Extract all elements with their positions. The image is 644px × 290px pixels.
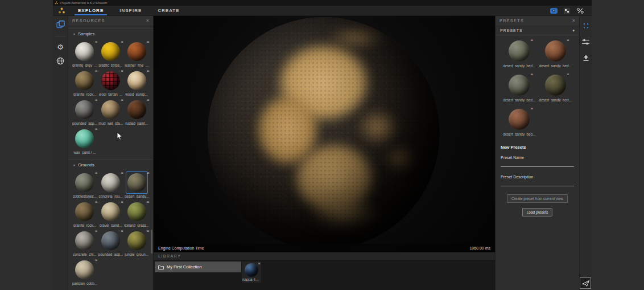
export-upload-icon[interactable] [583,54,589,64]
preset-item-sphere[interactable] [509,40,530,62]
material-item-sphere[interactable] [127,231,146,250]
material-sphere-3d-preview[interactable] [208,17,440,250]
material-item-sphere[interactable] [127,71,146,90]
remove-item-icon[interactable]: × [147,40,150,44]
material-item[interactable]: ×plastic_stripe... [98,39,124,68]
material-item[interactable]: ×granite_grey_... [72,39,98,68]
material-item-sphere[interactable] [75,173,94,192]
layout-grid-icon[interactable] [563,7,571,14]
preset-item[interactable]: ×desert_sandy_bed... [538,72,574,103]
remove-item-icon[interactable]: × [95,40,98,44]
material-item-sphere[interactable] [75,260,94,279]
material-item[interactable]: ×leather_fine_... [123,39,150,68]
material-item[interactable]: ×wax_paint / ... [72,126,98,155]
viewport-3d[interactable]: Engine Computation Time 1060.00 ms [154,16,495,252]
remove-item-icon[interactable]: × [147,98,150,103]
material-item-sphere[interactable] [75,42,94,61]
preset-item-sphere[interactable] [509,109,530,130]
remove-item-icon[interactable]: × [95,98,98,103]
remove-item-icon[interactable]: × [95,200,98,205]
remove-item-icon[interactable]: × [147,171,150,175]
preset-item-sphere[interactable] [545,75,566,96]
preset-item[interactable]: ×desert_sandy_bed... [538,38,574,68]
tab-explore[interactable]: EXPLORE [70,6,112,15]
material-item[interactable]: ×wood_europ... [123,68,150,97]
remove-item-icon[interactable]: × [258,262,261,266]
app-logo[interactable] [53,6,70,15]
preset-item[interactable]: ×desert_sandy_bed... [501,38,538,68]
remove-item-icon[interactable]: × [147,200,150,205]
remove-item-icon[interactable]: × [95,69,98,73]
material-item[interactable]: ×concrete_chi... [72,228,98,257]
library-collection-item[interactable]: My First Collection [155,262,241,272]
library-item[interactable]: ×nappa_leathe... [242,262,261,283]
material-item-sphere[interactable] [101,71,120,90]
material-item-sphere[interactable] [101,202,120,221]
material-item[interactable]: ×concrete_rou... [98,170,124,199]
section-header-samples[interactable]: ▾Samples [68,28,153,38]
material-item[interactable]: ×wool_tartan_... [98,68,124,97]
refresh-view-icon[interactable] [582,22,590,32]
remove-item-icon[interactable]: × [95,258,98,263]
material-item-sphere[interactable] [101,42,120,61]
tab-inspire[interactable]: INSPIRE [112,6,150,15]
remove-item-icon[interactable]: × [121,40,123,44]
material-item[interactable]: ×rusted_paint... [123,97,150,126]
preset-name-input[interactable] [501,161,574,167]
remove-item-icon[interactable]: × [121,69,123,73]
material-item-sphere[interactable] [101,100,120,119]
material-item[interactable]: ×mud_wet_sta... [98,97,124,126]
remove-item-icon[interactable]: × [147,69,150,73]
remove-item-icon[interactable]: × [531,38,534,43]
material-item[interactable]: ×desert_sandy... [123,170,150,199]
capture-icon[interactable] [550,7,558,14]
preset-item[interactable]: ×desert_sandy_bed... [501,106,538,137]
send-feedback-button[interactable] [580,277,591,289]
material-item-sphere[interactable] [75,129,94,148]
close-presets-icon[interactable]: × [572,18,575,23]
remove-item-icon[interactable]: × [531,72,534,77]
environment-sphere-icon[interactable] [56,57,64,67]
material-item[interactable]: ×pounded_asp... [98,228,124,257]
remove-item-icon[interactable]: × [121,229,123,234]
preset-item-sphere[interactable] [545,40,566,62]
material-item-sphere[interactable] [75,71,94,90]
library-item-sphere[interactable] [245,263,258,277]
remove-item-icon[interactable]: × [531,107,534,111]
load-presets-button[interactable]: Load presets [522,208,553,217]
preset-item-sphere[interactable] [509,75,530,96]
resources-scrollbar[interactable] [151,230,152,254]
material-item-sphere[interactable] [75,231,94,250]
material-item[interactable]: ×jungle_groun... [123,228,150,257]
create-preset-button[interactable]: Create preset from current view [507,194,568,203]
material-item-sphere[interactable] [127,202,146,221]
remove-item-icon[interactable]: × [95,127,98,132]
preset-description-input[interactable] [501,181,574,186]
material-item-sphere[interactable] [101,173,120,192]
material-item[interactable]: ×granite_rock... [72,199,98,228]
share-icon[interactable] [576,7,584,14]
material-item[interactable]: ×gravel_sand... [98,199,124,228]
settings-gear-icon[interactable]: ⚙ [57,42,64,52]
remove-item-icon[interactable]: × [567,38,569,43]
section-header-grounds[interactable]: ▾Grounds [68,160,153,169]
close-resources-icon[interactable]: × [146,18,149,23]
remove-item-icon[interactable]: × [95,229,98,234]
material-item-sphere[interactable] [127,173,146,192]
presets-group-header[interactable]: PRESETS ▾ [496,26,579,35]
material-item[interactable]: ×cobblestones... [72,170,98,199]
remove-item-icon[interactable]: × [121,200,123,205]
display-settings-icon[interactable] [582,38,589,48]
remove-item-icon[interactable]: × [121,98,123,103]
material-item-sphere[interactable] [75,202,94,221]
material-item[interactable]: ×granite_rock... [72,68,98,97]
material-item[interactable]: ×parisian_cobb... [72,258,98,286]
remove-item-icon[interactable]: × [567,72,569,77]
material-item-sphere[interactable] [101,231,120,250]
material-item-sphere[interactable] [75,100,94,119]
tab-create[interactable]: CREATE [150,6,187,15]
remove-item-icon[interactable]: × [147,229,150,234]
preset-item[interactable]: ×desert_sandy_bed... [501,72,538,103]
material-item[interactable]: ×iceland_grass... [123,199,150,228]
remove-item-icon[interactable]: × [95,171,98,175]
